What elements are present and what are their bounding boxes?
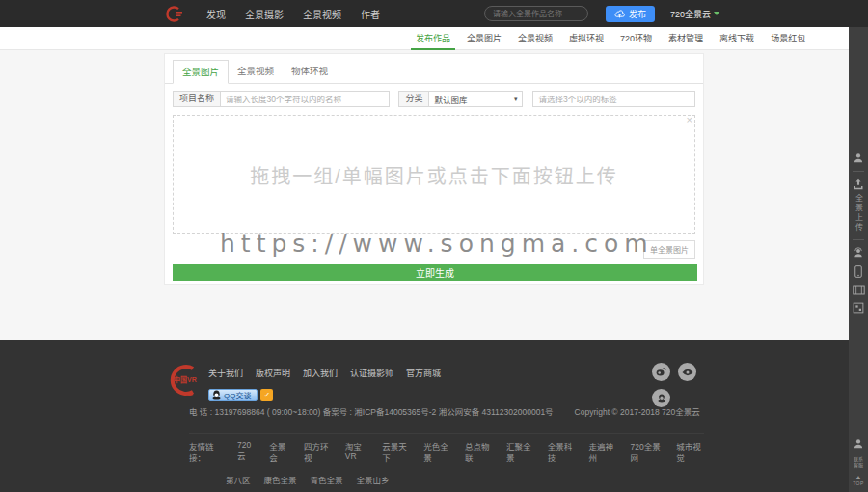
qq-icon[interactable]: [652, 389, 670, 407]
friend-link[interactable]: 四方环视: [304, 440, 332, 463]
wechat-icon[interactable]: [678, 363, 696, 381]
footer-social: [652, 363, 698, 407]
subnav-item-scene-redpacket[interactable]: 场景红包: [770, 26, 806, 50]
friend-link[interactable]: 720云: [237, 440, 256, 463]
category-select[interactable]: 默认图库 ▾: [428, 91, 523, 107]
search-box: [484, 6, 588, 21]
footer-link-about[interactable]: 关于我们: [208, 367, 243, 379]
generate-button[interactable]: 立即生成: [173, 264, 697, 281]
nav-item-pano-photo[interactable]: 全景摄影: [245, 7, 284, 21]
friend-link[interactable]: 720全景网: [630, 440, 663, 463]
upload-card: 全景图片 全景视频 物体环视 项目名称 分类 默认图库 ▾ × 拖拽一组/单幅图…: [164, 53, 704, 285]
friend-link[interactable]: 第八区: [226, 474, 251, 485]
cert-shield-icon[interactable]: ✓: [260, 389, 273, 401]
cloud-upload-icon: [614, 10, 625, 18]
account-name: 720全景云: [670, 8, 711, 20]
mobile-phone-icon[interactable]: [854, 265, 863, 278]
friend-link[interactable]: 淘宝VR: [345, 440, 368, 463]
tags-input[interactable]: [532, 91, 695, 107]
dropzone-actions: 单全景图片: [165, 234, 703, 259]
subnav-item-pano-video[interactable]: 全景视频: [517, 26, 554, 50]
footer-qq-row: QQ交谈 ✓: [208, 389, 273, 401]
weibo-icon[interactable]: [652, 363, 670, 381]
video-film-icon[interactable]: [853, 285, 865, 295]
friend-link[interactable]: 总点物联: [465, 440, 493, 463]
subnav-item-publish-work[interactable]: 发布作品: [415, 26, 451, 50]
footer: 中国VR 关于我们 版权声明 加入我们 认证摄影师 官方商城 QQ交谈 ✓ 电 …: [0, 340, 868, 492]
top-menu: 发现 全景摄影 全景视频 作者: [206, 7, 380, 21]
qq-chat-badge[interactable]: QQ交谈: [208, 389, 258, 401]
category-label: 分类: [398, 91, 428, 107]
friend-links-row1: 友情链接： 720云 全景会 四方环视 淘宝VR 云景天下 光色全景 总点物联 …: [189, 440, 704, 463]
footer-link-cert-photographer[interactable]: 认证摄影师: [350, 367, 393, 379]
contact-service-label[interactable]: 联系客服: [852, 456, 865, 468]
tab-pano-image[interactable]: 全景图片: [173, 60, 229, 84]
friend-link[interactable]: 全景科技: [548, 440, 576, 463]
publish-button[interactable]: 发布: [606, 6, 655, 22]
upload-form-row: 项目名称 分类 默认图库 ▾: [165, 84, 703, 107]
caret-down-icon: ▾: [514, 96, 518, 103]
friend-link[interactable]: 汇聚全景: [506, 440, 534, 463]
account-menu[interactable]: 720全景云: [670, 8, 719, 20]
tab-object-view[interactable]: 物体环视: [283, 60, 337, 84]
pano-upload-label[interactable]: 全景上传: [854, 194, 864, 232]
footer-link-official-store[interactable]: 官方商城: [406, 367, 441, 379]
caret-down-icon: [714, 12, 719, 15]
footer-link-copyright[interactable]: 版权声明: [256, 367, 290, 379]
user-icon[interactable]: [853, 152, 864, 164]
upload-dropzone[interactable]: × 拖拽一组/单幅图片或点击下面按钮上传: [173, 115, 695, 234]
subnav-item-offline-download[interactable]: 离线下载: [719, 26, 755, 50]
top-navbar: 发现 全景摄影 全景视频 作者 发布 720全景云: [0, 0, 868, 27]
friend-links-row2: 第八区 康色全景 青色全景 全景山乡: [189, 474, 704, 485]
back-to-top-button[interactable]: ▲ TOP: [853, 475, 864, 486]
copyright-text: Copyright © 2017-2018 720全景云: [575, 407, 700, 417]
top-label: TOP: [853, 480, 864, 486]
pano-upload-icon[interactable]: [853, 178, 864, 190]
friend-link[interactable]: 城市视觉: [676, 440, 704, 463]
subnav-item-virtual-view[interactable]: 虚拟环视: [568, 26, 605, 50]
friend-link[interactable]: 走遍神州: [589, 440, 617, 463]
subnav-item-material-manage[interactable]: 素材管理: [667, 26, 704, 50]
friend-link[interactable]: 全景山乡: [357, 474, 390, 485]
friend-link[interactable]: 云景天下: [382, 440, 410, 463]
nav-item-discover[interactable]: 发现: [206, 7, 226, 21]
friend-link[interactable]: 康色全景: [264, 474, 297, 485]
footer-link-join[interactable]: 加入我们: [303, 367, 338, 379]
friend-link[interactable]: 光色全景: [423, 440, 451, 463]
divider: [853, 171, 864, 172]
divider: [853, 239, 864, 240]
subnav-item-pano-image[interactable]: 全景图片: [466, 26, 502, 50]
tab-pano-video[interactable]: 全景视频: [229, 60, 283, 84]
single-pano-button[interactable]: 单全景图片: [643, 240, 695, 259]
footer-links: 关于我们 版权声明 加入我们 认证摄影师 官方商城: [208, 367, 441, 379]
customer-service-icon[interactable]: [853, 247, 864, 259]
project-name-label: 项目名称: [173, 91, 220, 107]
user-icon[interactable]: [853, 438, 864, 450]
publish-label: 发布: [629, 8, 646, 20]
qr-code-icon[interactable]: [853, 302, 864, 314]
brand-logo-icon[interactable]: [164, 6, 185, 22]
nav-item-pano-video[interactable]: 全景视频: [303, 7, 341, 21]
sub-navbar: 发布作品 全景图片 全景视频 虚拟环视 720环物 素材管理 离线下载 场景红包: [0, 27, 868, 50]
contact-info: 电 话 : 13197698864 ( 09:00~18:00) 备案号 : 湘…: [189, 407, 554, 417]
friend-links-section: 友情链接： 720云 全景会 四方环视 淘宝VR 云景天下 光色全景 总点物联 …: [189, 433, 704, 492]
qq-chat-label: QQ交谈: [224, 390, 251, 400]
close-icon[interactable]: ×: [687, 115, 692, 124]
category-value: 默认图库: [434, 94, 467, 105]
project-name-input[interactable]: [220, 91, 390, 107]
subnav-item-720-object[interactable]: 720环物: [619, 26, 653, 50]
footer-logo-text: 中国VR: [174, 374, 197, 384]
friend-link[interactable]: 全景会: [269, 440, 290, 463]
friend-link[interactable]: 青色全景: [311, 474, 343, 485]
footer-logo[interactable]: 中国VR: [164, 363, 206, 399]
qq-penguin-icon: [212, 390, 221, 400]
right-toolbar: 全景上传 联系客服 ▲ TOP: [849, 27, 868, 492]
upload-tabs: 全景图片 全景视频 物体环视: [165, 54, 703, 84]
friend-links-label: 友情链接：: [189, 440, 224, 463]
footer-contact-line: 电 话 : 13197698864 ( 09:00~18:00) 备案号 : 湘…: [189, 405, 700, 417]
search-input[interactable]: [493, 10, 580, 18]
nav-item-author[interactable]: 作者: [361, 7, 380, 21]
dropzone-hint: 拖拽一组/单幅图片或点击下面按钮上传: [250, 161, 618, 189]
